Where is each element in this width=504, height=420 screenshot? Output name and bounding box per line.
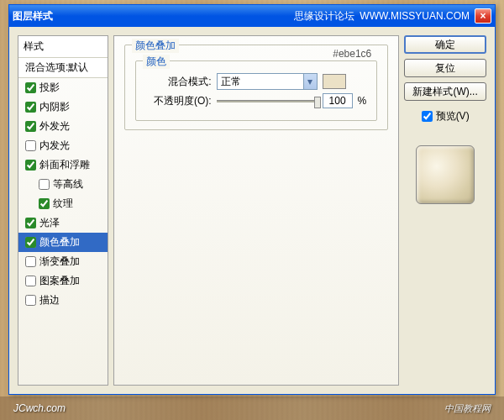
style-item[interactable]: 光泽	[18, 213, 108, 233]
style-checkbox[interactable]	[25, 218, 36, 228]
style-checkbox[interactable]	[25, 295, 36, 306]
color-group: 颜色 #ebe1c6 混合模式: 正常 ▾ 不透明度(O):	[135, 60, 378, 121]
style-checkbox[interactable]	[25, 102, 36, 113]
style-item[interactable]: 渐变叠加	[18, 252, 108, 271]
style-checkbox[interactable]	[39, 198, 50, 209]
opacity-slider[interactable]	[217, 100, 318, 102]
new-style-button[interactable]: 新建样式(W)...	[404, 82, 486, 101]
ok-button[interactable]: 确定	[404, 35, 486, 54]
style-item[interactable]: 描边	[18, 291, 108, 310]
inner-title: 颜色	[143, 55, 170, 69]
style-item[interactable]: 投影	[18, 78, 108, 97]
close-button[interactable]: ×	[475, 8, 491, 24]
style-item[interactable]: 颜色叠加	[18, 233, 108, 252]
style-item[interactable]: 纹理	[18, 194, 108, 213]
reset-button[interactable]: 复位	[404, 59, 486, 77]
color-swatch[interactable]	[323, 74, 346, 89]
style-item-label: 内阴影	[39, 100, 70, 114]
style-item-label: 等高线	[53, 177, 83, 192]
style-item-label: 图案叠加	[39, 274, 80, 288]
footer-url: JCwch.com	[13, 402, 66, 414]
style-checkbox[interactable]	[25, 237, 36, 248]
style-item[interactable]: 图案叠加	[18, 271, 108, 291]
preview-checkbox[interactable]	[422, 111, 433, 122]
page-footer: JCwch.com 中国教程网	[0, 396, 504, 420]
group-title: 颜色叠加	[132, 39, 179, 53]
style-item[interactable]: 斜面和浮雕	[18, 155, 108, 175]
window-title: 图层样式	[13, 9, 294, 24]
style-checkbox[interactable]	[25, 121, 36, 132]
style-item[interactable]: 内发光	[18, 136, 108, 155]
color-overlay-group: 颜色叠加 颜色 #ebe1c6 混合模式: 正常 ▾ 不透明度(O):	[124, 45, 389, 130]
opacity-input[interactable]	[323, 93, 353, 108]
style-item-label: 纹理	[53, 197, 73, 211]
style-item-label: 内发光	[39, 139, 70, 153]
footer-brand: 中国教程网	[444, 402, 491, 415]
style-list-header: 样式	[18, 36, 108, 58]
style-checkbox[interactable]	[25, 82, 36, 93]
style-item-label: 渐变叠加	[39, 255, 80, 269]
preview-swatch	[416, 145, 475, 204]
opacity-unit: %	[358, 95, 367, 107]
blend-options-default[interactable]: 混合选项:默认	[18, 58, 108, 78]
style-item-label: 投影	[39, 81, 60, 95]
hex-display: #ebe1c6	[333, 48, 371, 60]
preview-checkbox-row[interactable]: 预览(V)	[404, 109, 486, 123]
layer-style-dialog: 图层样式 思缘设计论坛 WWW.MISSYUAN.COM × 样式 混合选项:默…	[8, 4, 496, 395]
style-item-label: 光泽	[39, 216, 60, 230]
slider-thumb[interactable]	[314, 97, 321, 108]
style-item-label: 斜面和浮雕	[39, 158, 90, 172]
style-item[interactable]: 外发光	[18, 117, 108, 136]
style-checkbox[interactable]	[25, 140, 36, 151]
style-item[interactable]: 内阴影	[18, 97, 108, 117]
titlebar: 图层样式 思缘设计论坛 WWW.MISSYUAN.COM ×	[9, 5, 495, 27]
opacity-label: 不透明度(O):	[146, 94, 212, 108]
style-item-label: 颜色叠加	[39, 235, 80, 249]
blend-mode-dropdown[interactable]: 正常 ▾	[217, 73, 318, 90]
chevron-down-icon: ▾	[303, 74, 317, 89]
settings-panel: 颜色叠加 颜色 #ebe1c6 混合模式: 正常 ▾ 不透明度(O):	[113, 35, 400, 386]
titlebar-brand: 思缘设计论坛 WWW.MISSYUAN.COM ×	[294, 8, 491, 24]
style-item-label: 外发光	[39, 119, 70, 134]
style-checkbox[interactable]	[25, 256, 36, 267]
style-item-label: 描边	[39, 293, 60, 307]
style-list-panel: 样式 混合选项:默认 投影内阴影外发光内发光斜面和浮雕等高线纹理光泽颜色叠加渐变…	[18, 35, 108, 386]
style-checkbox[interactable]	[25, 276, 36, 286]
blend-mode-label: 混合模式:	[146, 75, 212, 89]
right-button-panel: 确定 复位 新建样式(W)... 预览(V)	[404, 35, 486, 386]
style-item[interactable]: 等高线	[18, 175, 108, 194]
style-checkbox[interactable]	[39, 179, 50, 190]
style-checkbox[interactable]	[25, 160, 36, 171]
